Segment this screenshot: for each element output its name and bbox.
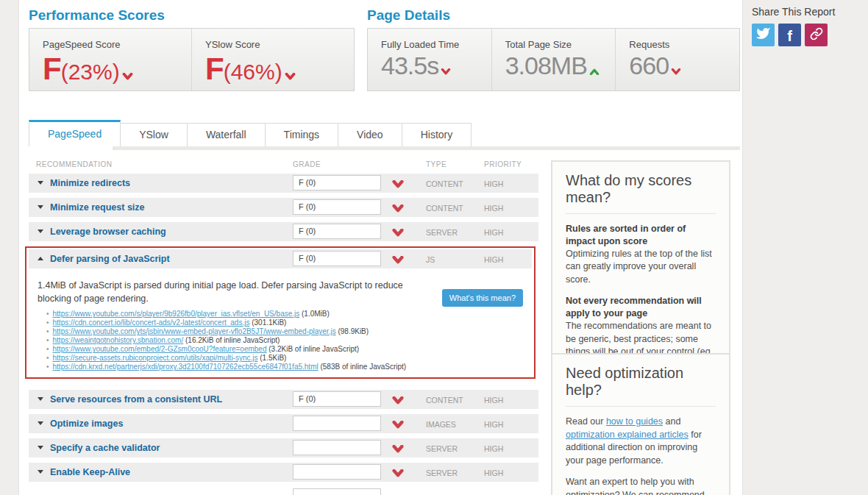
optimization-help-box: Need optimization help? Read our how to …	[551, 353, 730, 495]
table-row	[29, 487, 538, 494]
recommendation-link[interactable]: Minimize request size	[50, 202, 145, 213]
total-page-size-label: Total Page Size	[505, 39, 616, 50]
copy-link-button[interactable]	[805, 24, 828, 46]
yslow-score-card: YSlow Score F(46%)	[191, 29, 354, 90]
row-type: SERVER	[426, 469, 458, 477]
performance-scores-panel: PageSpeed Score F(23%) YSlow Score F(46%…	[29, 28, 355, 91]
row-type: IMAGES	[426, 420, 456, 429]
table-row: Minimize request size F (0) CONTENT HIGH	[29, 198, 538, 217]
col-recommendation: RECOMMENDATION	[36, 160, 112, 168]
recommendations-table: RECOMMENDATION GRADE TYPE PRIORITY Minim…	[29, 154, 538, 494]
facebook-share-button[interactable]: f	[778, 24, 801, 46]
list-item: https://cdn.krxd.net/partnerjs/xdi/proxy…	[46, 363, 532, 371]
resource-link[interactable]: https://cdn.concert.io/lib/concert-ads/v…	[53, 318, 250, 327]
resource-link[interactable]: https://cdn.krxd.net/partnerjs/xdi/proxy…	[53, 363, 319, 371]
grade-bar: F (0)	[293, 391, 381, 407]
expanded-detail: 1.4MiB of JavaScript is parsed during in…	[29, 279, 532, 371]
row-priority: HIGH	[484, 228, 503, 237]
expand-triangle-icon[interactable]	[38, 205, 43, 209]
resource-link[interactable]: https://www.youtube.com/embed/2-GZsm0coo…	[53, 345, 267, 353]
recommendation-description: 1.4MiB of JavaScript is parsed during in…	[38, 279, 435, 305]
chevron-down-icon	[392, 443, 404, 456]
optimization-help-title: Need optimization help?	[566, 365, 716, 407]
row-priority: HIGH	[484, 179, 503, 188]
explainer-subhead: Rules are sorted in order of impact upon…	[566, 223, 716, 248]
table-row-expanded: Defer parsing of JavaScript F (0) JS HIG…	[29, 249, 532, 268]
row-type: CONTENT	[426, 204, 463, 213]
share-report-title: Share This Report	[752, 6, 868, 18]
chevron-down-icon	[392, 467, 404, 480]
expand-triangle-icon[interactable]	[38, 446, 43, 449]
resource-link[interactable]: https://weaintgotnohistory.sbnation.com/	[53, 336, 184, 344]
yslow-score-value[interactable]: F(46%)	[205, 51, 354, 87]
list-item: https://www.youtube.com/embed/2-GZsm0coo…	[46, 345, 532, 354]
recommendation-link[interactable]: Enable Keep-Alive	[50, 467, 130, 477]
chevron-down-icon	[122, 70, 133, 83]
row-priority: HIGH	[484, 396, 503, 405]
explainer-subhead: Not every recommendation will apply to y…	[566, 295, 716, 320]
table-row: Leverage browser caching F (0) SERVER HI…	[29, 222, 538, 241]
col-grade: GRADE	[293, 160, 321, 168]
total-page-size-value[interactable]: 3.08MB	[505, 51, 616, 80]
row-type: JS	[426, 255, 435, 264]
requests-value[interactable]: 660	[629, 51, 739, 80]
row-priority: HIGH	[484, 444, 503, 453]
expand-triangle-icon[interactable]	[38, 181, 43, 185]
page-details-title: Page Details	[367, 7, 450, 24]
pagespeed-score-value[interactable]: F(23%)	[43, 51, 191, 87]
explainer-text: Optimizing rules at the top of the list …	[566, 248, 716, 287]
recommendation-link[interactable]: Defer parsing of JavaScript	[50, 254, 170, 264]
tab-pagespeed[interactable]: PageSpeed	[29, 120, 121, 146]
whats-this-mean-button[interactable]: What's this mean?	[442, 289, 523, 307]
resource-link[interactable]: https://www.youtube.com/yts/jsbin/www-em…	[53, 327, 336, 335]
tab-yslow[interactable]: YSlow	[121, 123, 188, 146]
collapse-triangle-icon[interactable]	[38, 257, 43, 260]
how-to-guides-link[interactable]: how to guides	[606, 416, 663, 427]
recommendation-link[interactable]: Specify a cache validator	[50, 443, 160, 453]
chevron-down-icon	[392, 202, 404, 216]
fully-loaded-time-value[interactable]: 43.5s	[381, 51, 491, 80]
row-priority: HIGH	[484, 255, 503, 264]
recommendation-link[interactable]: Optimize images	[50, 419, 123, 429]
tab-history[interactable]: History	[402, 123, 472, 146]
optimization-articles-link[interactable]: optimization explained articles	[566, 430, 689, 440]
resource-link[interactable]: https://secure-assets.rubiconproject.com…	[53, 354, 258, 362]
list-item: https://www.youtube.com/yts/jsbin/www-em…	[46, 327, 532, 336]
row-priority: HIGH	[484, 420, 503, 429]
list-item: https://cdn.concert.io/lib/concert-ads/v…	[46, 318, 532, 327]
chevron-down-icon	[392, 227, 404, 240]
fully-loaded-time-label: Fully Loaded Time	[381, 39, 491, 50]
offending-resources-list: https://www.youtube.com/s/player/9b926fb…	[46, 310, 532, 371]
recommendation-link[interactable]: Leverage browser caching	[50, 227, 166, 237]
chevron-down-icon	[392, 254, 404, 267]
tabbar-divider	[113, 146, 740, 150]
recommendation-link[interactable]: Minimize redirects	[50, 178, 130, 188]
resource-link[interactable]: https://www.youtube.com/s/player/9b926fb…	[53, 310, 300, 318]
total-page-size-card: Total Page Size 3.08MB	[491, 29, 616, 90]
expand-triangle-icon[interactable]	[38, 229, 43, 233]
table-row: Enable Keep-Alive B (83) SERVER HIGH	[29, 463, 538, 482]
expand-triangle-icon[interactable]	[38, 397, 43, 401]
tab-waterfall[interactable]: Waterfall	[188, 123, 266, 146]
expand-triangle-icon[interactable]	[38, 421, 43, 425]
table-row: Minimize redirects F (0) CONTENT HIGH	[29, 174, 538, 193]
grade-bar: F (0)	[293, 175, 381, 190]
pagespeed-score-label: PageSpeed Score	[43, 39, 191, 50]
col-type: TYPE	[426, 160, 447, 168]
tab-timings[interactable]: Timings	[266, 123, 339, 146]
grade-bar	[293, 488, 381, 495]
expand-triangle-icon[interactable]	[38, 470, 43, 474]
twitter-share-button[interactable]	[752, 24, 775, 46]
grade-bar: F (0)	[293, 251, 381, 266]
recommendation-link[interactable]: Serve resources from a consistent URL	[50, 394, 222, 405]
grade-bar: F (0)	[293, 224, 381, 239]
help-paragraph: Read our how to guides and optimization …	[566, 416, 716, 467]
row-type: CONTENT	[426, 179, 463, 188]
yslow-score-label: YSlow Score	[205, 39, 354, 50]
table-row: Serve resources from a consistent URL F …	[29, 390, 538, 409]
tab-video[interactable]: Video	[338, 123, 402, 146]
requests-label: Requests	[629, 39, 739, 50]
chevron-down-icon	[392, 419, 404, 432]
link-icon	[810, 27, 823, 43]
page-details-panel: Fully Loaded Time 43.5s Total Page Size …	[367, 28, 740, 91]
